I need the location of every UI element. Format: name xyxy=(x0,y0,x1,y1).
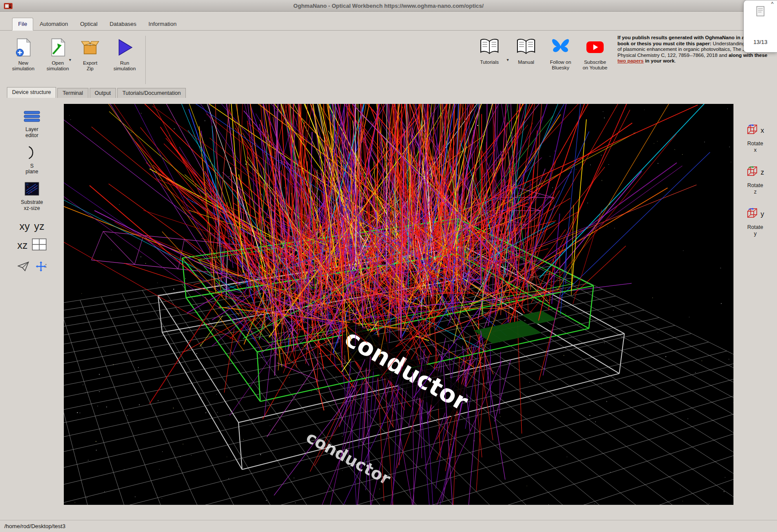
tutorials-label: Tutorials xyxy=(480,59,499,65)
overlay-page-icon xyxy=(755,6,766,19)
rotate-y-caption: Rotate y xyxy=(747,224,763,237)
rotate-y-letter: y xyxy=(761,210,764,218)
bluesky-button[interactable]: Follow on Bluesky xyxy=(543,35,578,71)
layer-editor-label: Layer editor xyxy=(25,127,38,139)
scroll-up-icon[interactable]: ^ xyxy=(771,1,774,7)
youtube-icon xyxy=(585,38,605,57)
toolbar: New simulation Open simulation ▾ Export … xyxy=(0,31,777,87)
menu-tab-automation[interactable]: Automation xyxy=(34,18,74,30)
tutorials-book-icon xyxy=(479,38,500,57)
app-icon xyxy=(3,2,13,12)
run-simulation-icon xyxy=(115,38,135,58)
screenshot-counter-overlay: ^ 13/13 xyxy=(743,0,777,53)
layer-editor-icon xyxy=(24,111,40,125)
new-simulation-icon xyxy=(13,38,33,58)
view-xy-button[interactable]: xy xyxy=(19,220,30,232)
menu-bar: File Automation Optical Databases Inform… xyxy=(0,12,777,31)
rotate-panel: x Rotate x z Rotate z xyxy=(733,98,777,505)
open-simulation-button[interactable]: Open simulation xyxy=(41,35,75,72)
export-zip-icon xyxy=(80,38,100,58)
render-3d-canvas[interactable] xyxy=(64,104,733,505)
tab-device-structure[interactable]: Device structure xyxy=(7,87,56,98)
youtube-button[interactable]: Subscribe on Youtube xyxy=(578,35,612,71)
substrate-xz-size-label: Substrate xz-size xyxy=(21,200,43,212)
rotate-z-button[interactable]: z Rotate z xyxy=(746,166,764,195)
panel-splitter-handle[interactable] xyxy=(45,264,47,268)
left-tool-panel: Layer editor S plane Substrate xz-size xyxy=(0,98,64,505)
substrate-xz-size-button[interactable]: Substrate xz-size xyxy=(21,182,43,219)
manual-book-icon xyxy=(516,38,536,57)
new-simulation-label: New simulation xyxy=(12,60,34,72)
tutorials-button[interactable]: Tutorials xyxy=(472,35,507,65)
tab-terminal[interactable]: Terminal xyxy=(57,88,88,98)
rotate-x-button[interactable]: x Rotate x xyxy=(746,124,764,153)
rotate-x-letter: x xyxy=(761,127,764,135)
open-simulation-dropdown-icon[interactable]: ▾ xyxy=(69,57,71,62)
content-area: Layer editor S plane Substrate xz-size xyxy=(0,98,777,505)
rotate-z-cube-icon xyxy=(746,166,758,179)
overlay-counter: 13/13 xyxy=(753,39,768,45)
manual-button[interactable]: Manual xyxy=(509,35,543,65)
rotate-x-cube-icon xyxy=(746,124,758,138)
menu-tab-file[interactable]: File xyxy=(12,18,33,31)
tab-output[interactable]: Output xyxy=(90,88,116,98)
run-simulation-label: Run simulation xyxy=(113,60,136,72)
document-tabs: Device structure Terminal Output Tutoria… xyxy=(0,87,777,98)
s-plane-button[interactable]: S plane xyxy=(25,146,38,182)
rotate-z-letter: z xyxy=(761,169,764,176)
manual-label: Manual xyxy=(518,59,534,65)
bluesky-butterfly-icon xyxy=(551,38,570,57)
substrate-xz-size-icon xyxy=(25,182,39,197)
rotate-x-caption: Rotate x xyxy=(747,141,763,153)
view-xz-button[interactable]: xz xyxy=(17,239,28,251)
rotate-y-button[interactable]: y Rotate y xyxy=(746,207,764,237)
ray-trace-plane-icon[interactable] xyxy=(17,261,29,273)
s-plane-icon xyxy=(27,146,37,161)
s-plane-label: S plane xyxy=(25,163,38,175)
menu-tab-optical[interactable]: Optical xyxy=(75,18,103,30)
bluesky-label: Follow on Bluesky xyxy=(550,59,571,71)
menu-tab-databases[interactable]: Databases xyxy=(104,18,142,30)
grid-view-icon[interactable] xyxy=(32,238,47,252)
export-zip-label: Export Zip xyxy=(83,60,97,72)
toolbar-separator xyxy=(145,36,146,84)
rotate-y-cube-icon xyxy=(746,207,758,221)
two-papers-link[interactable]: two papers xyxy=(617,58,644,63)
menu-tab-information[interactable]: Information xyxy=(143,18,182,30)
open-simulation-label: Open simulation xyxy=(47,60,69,72)
rotate-z-caption: Rotate z xyxy=(747,182,763,195)
3d-viewport xyxy=(64,104,733,505)
view-yz-button[interactable]: yz xyxy=(34,220,44,232)
export-zip-button[interactable]: Export Zip xyxy=(73,35,107,72)
tab-tutorials-documentation[interactable]: Tutorials/Documentation xyxy=(117,88,186,98)
statusbar: /home/rod/Desktop/test3 xyxy=(0,520,777,532)
titlebar: OghmaNano - Optical Workbench https://ww… xyxy=(0,0,777,12)
window-title: OghmaNano - Optical Workbench https://ww… xyxy=(293,3,483,9)
open-simulation-icon xyxy=(48,38,68,58)
statusbar-path: /home/rod/Desktop/test3 xyxy=(4,523,66,529)
new-simulation-button[interactable]: New simulation xyxy=(6,35,41,72)
youtube-label: Subscribe on Youtube xyxy=(583,59,608,71)
run-simulation-button[interactable]: Run simulation xyxy=(107,35,142,72)
layer-editor-button[interactable]: Layer editor xyxy=(24,111,40,146)
